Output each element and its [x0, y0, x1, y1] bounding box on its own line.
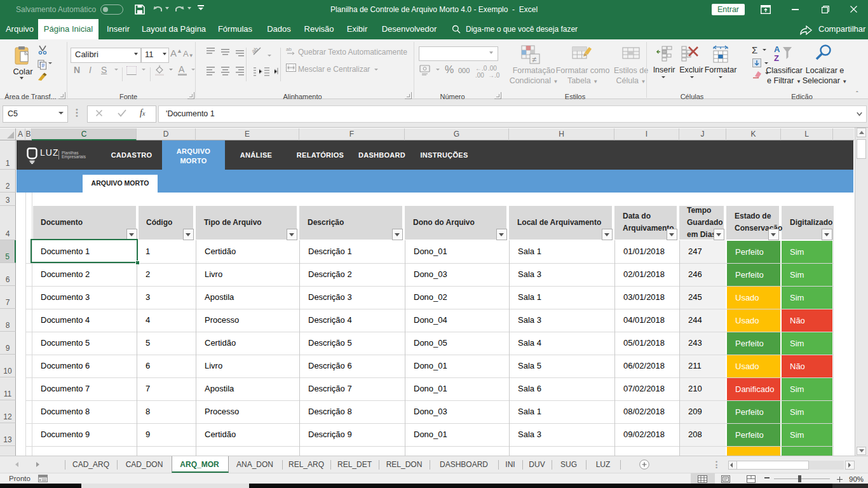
svg-text:ab: ab: [250, 47, 259, 55]
svg-text:Z: Z: [774, 53, 779, 63]
svg-text:ab: ab: [286, 46, 292, 52]
svg-text:A: A: [774, 44, 780, 54]
svg-text:≠: ≠: [532, 55, 536, 64]
